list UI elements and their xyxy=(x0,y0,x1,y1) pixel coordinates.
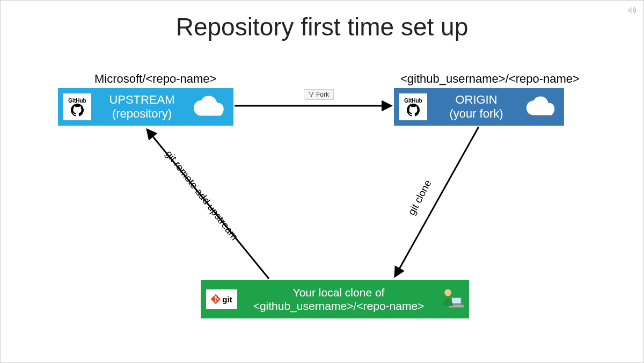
upstream-repo-path: Microsoft/<repo-name> xyxy=(94,72,216,86)
local-box-text: Your local clone of <github_username>/<r… xyxy=(243,286,435,313)
svg-line-6 xyxy=(395,127,479,277)
git-logo-icon: git xyxy=(206,289,237,309)
svg-point-3 xyxy=(444,289,451,296)
fork-button[interactable]: Fork xyxy=(304,89,334,100)
cloud-icon xyxy=(525,95,559,119)
audio-icon xyxy=(626,5,637,18)
origin-box-text: ORIGIN (your fork) xyxy=(433,93,520,121)
git-remote-add-label: git remote add upstream xyxy=(163,148,240,243)
svg-rect-1 xyxy=(452,298,461,303)
cloud-icon xyxy=(193,94,228,120)
github-logo-icon: GitHub xyxy=(63,93,91,120)
slide-title: Repository first time set up xyxy=(1,12,643,41)
origin-box: GitHub ORIGIN (your fork) xyxy=(394,88,564,126)
origin-repo-path: <github_username>/<repo-name> xyxy=(400,72,580,86)
github-logo-icon: GitHub xyxy=(399,93,427,120)
fork-icon xyxy=(309,91,314,98)
local-clone-box: git Your local clone of <github_username… xyxy=(201,280,469,318)
git-clone-label: git clone xyxy=(406,178,434,217)
upstream-box-text: UPSTREAM (repository) xyxy=(97,93,187,121)
upstream-box: GitHub UPSTREAM (repository) xyxy=(58,88,233,126)
user-computer-icon xyxy=(440,286,464,312)
